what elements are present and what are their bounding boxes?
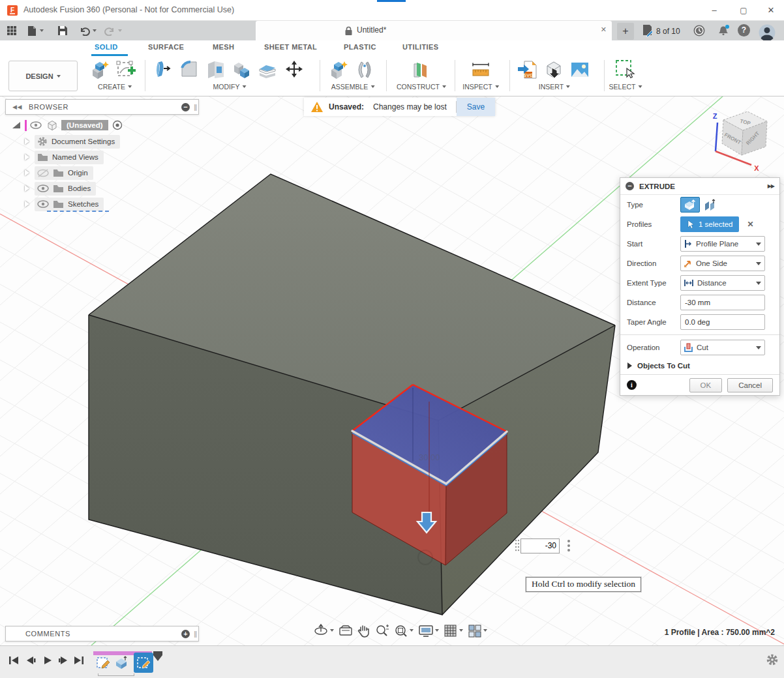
add-comment-icon[interactable]: + (181, 630, 190, 638)
clock-icon[interactable] (693, 24, 706, 37)
timeline-skip-end-button[interactable] (72, 654, 86, 667)
tab-plastic[interactable]: PLASTIC (344, 43, 376, 51)
combine-tool[interactable] (230, 57, 254, 82)
expand-arrow-icon[interactable] (25, 201, 29, 207)
root-document-name[interactable]: (Unsaved) (61, 120, 108, 130)
browser-item-bodies[interactable]: Bodies (25, 181, 96, 196)
notification-bell-icon[interactable] (716, 24, 731, 37)
group-select[interactable]: SELECT (609, 83, 642, 91)
eye-icon[interactable] (37, 200, 49, 208)
start-select[interactable]: Profile Plane (680, 236, 765, 252)
collapse-browser-icon[interactable]: ◀◀ (12, 104, 22, 110)
browser-item-document-settings[interactable]: Document Settings (25, 134, 120, 149)
move-tool[interactable] (282, 57, 307, 82)
file-menu-button[interactable] (27, 23, 44, 38)
info-icon[interactable]: i (627, 380, 637, 390)
timeline-step-back-button[interactable] (23, 654, 38, 667)
view-cube[interactable]: TOP FRONT RIGHT Z X (713, 111, 767, 172)
display-settings-tool[interactable] (418, 624, 439, 638)
expand-arrow-icon[interactable] (25, 170, 29, 176)
group-create[interactable]: CREATE (98, 83, 132, 91)
construct-plane-tool[interactable] (408, 57, 432, 82)
new-component-tool[interactable] (326, 57, 351, 82)
direction-select[interactable]: One Side (680, 256, 765, 271)
timeline-playhead-marker[interactable] (153, 651, 164, 663)
group-insert[interactable]: INSERT (539, 83, 570, 91)
viewport[interactable]: 30.00 TOP FRONT RIGHT Z X Unsaved: (0, 96, 784, 645)
grid-settings-tool[interactable] (444, 624, 463, 638)
maximize-button[interactable]: ▢ (734, 3, 753, 18)
eye-icon[interactable] (30, 121, 42, 129)
canvas-tool[interactable] (567, 57, 592, 82)
group-inspect[interactable]: INSPECT (462, 83, 499, 91)
taper-angle-input[interactable] (680, 314, 765, 330)
zoom-tool[interactable] (375, 624, 389, 638)
extrude-dialog-header[interactable]: − EXTRUDE ▶▶ (620, 178, 779, 195)
clear-selection-icon[interactable]: ✕ (747, 220, 753, 229)
expand-section-icon[interactable] (627, 362, 633, 369)
eye-slash-icon[interactable] (37, 169, 49, 177)
tab-solid[interactable]: SOLID (95, 43, 118, 51)
fillet-tool[interactable] (177, 57, 202, 82)
timeline-settings-gear-icon[interactable] (766, 653, 779, 666)
timeline-step-forward-button[interactable] (56, 654, 70, 667)
press-pull-tool[interactable] (151, 57, 176, 82)
browser-grip[interactable]: || (194, 103, 196, 111)
group-assemble[interactable]: ASSEMBLE (331, 83, 375, 91)
orbit-tool[interactable] (313, 623, 334, 638)
browser-panel-header[interactable]: ◀◀ BROWSER − || (5, 99, 199, 115)
profiles-selected-button[interactable]: 1 selected (680, 216, 739, 232)
undo-button[interactable] (79, 23, 97, 38)
tab-mesh[interactable]: MESH (213, 43, 234, 51)
browser-hide-icon[interactable]: − (181, 103, 190, 111)
timeline-play-button[interactable] (40, 654, 55, 667)
help-icon[interactable]: ? (738, 24, 750, 37)
browser-item-named-views[interactable]: Named Views (25, 150, 104, 164)
comments-grip[interactable]: || (194, 630, 196, 638)
insert-mesh-tool[interactable] (541, 57, 566, 82)
more-options-dots-icon[interactable] (567, 540, 570, 542)
dialog-dock-icon[interactable]: ▶▶ (768, 183, 774, 189)
browser-item-origin[interactable]: Origin (25, 166, 93, 180)
save-changes-button[interactable]: Save (457, 98, 495, 116)
select-tool[interactable] (613, 57, 638, 82)
distance-input[interactable] (680, 295, 765, 310)
app-grid-icon[interactable] (7, 23, 17, 38)
viewports-tool[interactable] (468, 624, 487, 638)
insert-svg-tool[interactable]: SVG (515, 57, 540, 82)
extrude-thin-type-button[interactable] (700, 197, 719, 213)
activate-radio-icon[interactable] (112, 120, 123, 130)
document-tab[interactable]: Untitled* ✕ (256, 21, 612, 40)
new-tab-button[interactable]: + (617, 23, 634, 40)
minimize-button[interactable]: – (704, 3, 724, 18)
floating-dimension-input-group[interactable] (514, 538, 570, 553)
joint-tool[interactable] (352, 57, 377, 82)
pan-tool[interactable] (357, 624, 370, 638)
tab-utilities[interactable]: UTILITIES (402, 43, 439, 51)
extrude-solid-type-button[interactable] (680, 197, 700, 213)
create-sketch-tool[interactable] (113, 57, 138, 82)
timeline-item-sketch2-selected[interactable] (134, 653, 153, 673)
dimension-input[interactable] (520, 538, 560, 553)
new-solid-tool[interactable] (87, 57, 112, 82)
extent-type-select[interactable]: Distance (680, 275, 765, 291)
timeline-skip-start-button[interactable] (7, 654, 21, 667)
drag-grip-icon[interactable] (514, 538, 520, 553)
expand-arrow-icon[interactable] (12, 121, 21, 129)
offset-face-tool[interactable] (256, 57, 280, 82)
close-button[interactable]: ✕ (761, 3, 781, 18)
eye-icon[interactable] (37, 184, 49, 192)
tab-sheet-metal[interactable]: SHEET METAL (264, 43, 317, 51)
extrude-dialog[interactable]: − EXTRUDE ▶▶ Type Profiles 1 selected (620, 177, 780, 396)
look-at-tool[interactable] (339, 624, 353, 637)
expand-arrow-icon[interactable] (25, 154, 29, 160)
browser-root-row[interactable]: (Unsaved) (12, 118, 123, 132)
operation-select[interactable]: Cut (680, 340, 765, 355)
shell-tool[interactable] (204, 57, 228, 82)
tab-surface[interactable]: SURFACE (148, 43, 184, 51)
avatar[interactable] (759, 24, 776, 41)
dialog-collapse-icon[interactable]: − (626, 182, 634, 190)
save-button[interactable] (57, 23, 68, 38)
group-modify[interactable]: MODIFY (213, 83, 247, 91)
timeline-item-sketch1[interactable] (95, 655, 111, 671)
